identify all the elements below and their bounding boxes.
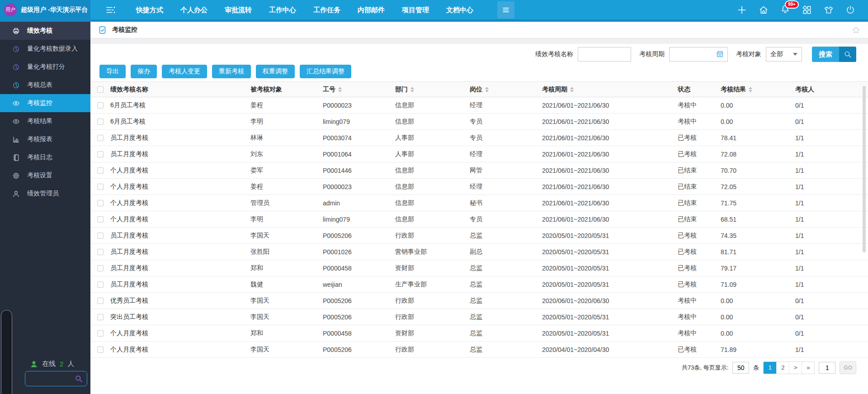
table-row[interactable]: 员工月度考核 林琳 P0003074 人事部 专员 2021/06/01~202… [90,130,868,146]
table-row[interactable]: 员工月度考核 郑和 P0000458 资财部 总监 2020/05/01~202… [90,260,868,276]
row-checkbox[interactable] [97,314,104,320]
table-row[interactable]: 员工月度考核 魏健 weijian 生产事业部 总监 2020/05/01~20… [90,276,868,293]
sidebar-item[interactable]: 考核设置 [0,166,90,185]
top-menu-item[interactable]: 快捷方式 [127,0,172,19]
table-row[interactable]: 个人月度考核 管理员 admin 信息部 秘书 2021/06/01~2021/… [90,195,868,211]
sort-icon[interactable] [410,87,414,92]
apps-icon[interactable] [802,5,812,15]
sidebar-item[interactable]: 量化考核数据录入 [0,40,90,58]
row-checkbox[interactable] [97,119,104,125]
row-checkbox[interactable] [97,281,104,288]
menu-toggle-icon[interactable] [105,5,116,15]
toolbar-button[interactable]: 汇总结果调整 [300,65,351,78]
theme-tshirt-icon[interactable] [824,5,834,15]
toolbar-button[interactable]: 重新考核 [212,65,251,78]
assessment-name-input[interactable] [578,47,631,62]
table-row[interactable]: 个人月度考核 李明 liming079 信息部 专员 2021/06/01~20… [90,211,868,228]
sidebar-scrollbar[interactable] [1,310,12,394]
table-row[interactable]: 个人月度考核 娄军 P0001446 信息部 网管 2021/06/01~202… [90,162,868,179]
table-row[interactable]: 员工月度考核 李国天 P0005206 行政部 总监 2020/05/01~20… [90,228,868,244]
row-checkbox[interactable] [97,184,104,190]
plus-icon[interactable] [737,5,747,15]
toolbar-button[interactable]: 考核人变更 [162,65,207,78]
column-header[interactable]: 考核周期 [542,85,678,94]
content-scrollbar[interactable] [863,86,866,252]
top-menu-item[interactable]: 工作中心 [260,0,305,19]
table-row[interactable]: 突出员工考核 李国天 P0005206 行政部 总监 2020/05/01~20… [90,309,868,325]
page-size-input[interactable] [732,362,749,374]
toolbar-button[interactable]: 权重调整 [256,65,295,78]
top-menu-item[interactable]: 内部邮件 [349,0,393,19]
target-select[interactable]: 全部 [766,47,802,62]
page-button[interactable]: » [802,362,814,374]
column-header[interactable]: 岗位 [470,85,542,94]
period-input[interactable] [669,47,728,62]
sidebar-search-input[interactable] [25,371,87,386]
column-header[interactable]: 状态 [678,85,721,94]
table-row[interactable]: 员工月度考核 张胜阳 P0001026 营销事业部 副总 2020/05/01~… [90,244,868,260]
top-menu-item[interactable]: 项目管理 [393,0,438,19]
row-checkbox[interactable] [97,249,104,255]
table-row[interactable]: 6月员工考核 姜程 P0000023 信息部 经理 2021/06/01~202… [90,97,868,114]
page-button[interactable]: 2 [776,362,789,374]
column-header[interactable]: 被考核对象 [250,85,323,94]
sidebar-item[interactable]: 量化考核打分 [0,58,90,76]
row-checkbox[interactable] [97,298,104,304]
column-header[interactable]: 部门 [395,85,470,94]
column-header[interactable]: 工号 [323,85,395,94]
search-button[interactable]: 搜索 [812,47,856,62]
select-all-checkbox[interactable] [97,86,104,93]
power-icon[interactable] [845,5,855,15]
page-button[interactable]: 1 [764,362,776,374]
column-header[interactable]: 考核结果 [721,85,795,94]
row-checkbox[interactable] [97,151,104,157]
column-header[interactable]: 绩效考核名称 [110,85,250,94]
notifications[interactable]: 99+ [780,4,790,16]
sidebar-item[interactable]: 考核报表 [0,130,90,148]
cell-result: 81.71 [721,248,795,256]
favorite-star-icon[interactable] [852,26,860,34]
sort-icon[interactable] [570,87,574,92]
sidebar-item[interactable]: 考核日志 [0,148,90,166]
sidebar-item[interactable]: 绩效考核 [0,22,90,40]
cell-period: 2020/05/01~2020/05/31 [542,313,678,321]
row-checkbox[interactable] [97,135,104,141]
home-icon[interactable] [759,5,769,15]
sidebar-item[interactable]: 考核结果 [0,112,90,130]
calendar-icon[interactable] [716,50,724,58]
top-menu-item[interactable]: 工作任务 [305,0,349,19]
top-menu-item[interactable]: 个人办公 [172,0,216,19]
table-row[interactable]: 优秀员工考核 李国天 P0005206 行政部 总监 2020/06/01~20… [90,293,868,309]
row-checkbox[interactable] [97,265,104,271]
toolbar-button[interactable]: 导出 [99,65,126,78]
table-row[interactable]: 个人月度考核 李国天 P0005206 行政部 总监 2020/04/01~20… [90,342,868,358]
row-checkbox[interactable] [97,200,104,206]
sidebar-item[interactable]: 考核总表 [0,76,90,94]
goto-page-input[interactable] [819,362,835,374]
row-checkbox[interactable] [97,102,104,109]
search-icon[interactable] [75,375,83,383]
top-menu-item[interactable]: 审批流转 [216,0,260,19]
table-row[interactable]: 个人月度考核 姜程 P0000023 信息部 经理 2021/06/01~202… [90,179,868,195]
sort-icon[interactable] [338,87,342,92]
column-header[interactable]: 考核人 [795,85,868,94]
go-button[interactable]: GO [840,361,856,374]
table-row[interactable]: 6月员工考核 李明 liming079 信息部 专员 2021/06/01~20… [90,114,868,130]
toolbar-button[interactable]: 催办 [131,65,157,78]
sort-icon[interactable] [749,87,752,92]
row-checkbox[interactable] [97,233,104,239]
row-checkbox[interactable] [97,347,104,353]
row-checkbox[interactable] [97,330,104,337]
table-row[interactable]: 个人月度考核 郑和 P0000458 资财部 总监 2020/05/01~202… [90,325,868,342]
cell-target: 林琳 [250,134,323,142]
table-row[interactable]: 员工月度考核 刘东 P0001064 人事部 经理 2021/06/01~202… [90,146,868,162]
row-checkbox[interactable] [97,167,104,174]
user-avatar[interactable]: 用户 [4,4,17,16]
sidebar-item[interactable]: 绩效管理员 [0,185,90,203]
more-menu-button[interactable] [497,1,514,19]
row-checkbox[interactable] [97,216,104,223]
sort-icon[interactable] [485,87,489,92]
top-menu-item[interactable]: 文档中心 [438,0,482,19]
page-button[interactable]: > [789,362,802,374]
sidebar-item[interactable]: 考核监控 [0,94,90,112]
